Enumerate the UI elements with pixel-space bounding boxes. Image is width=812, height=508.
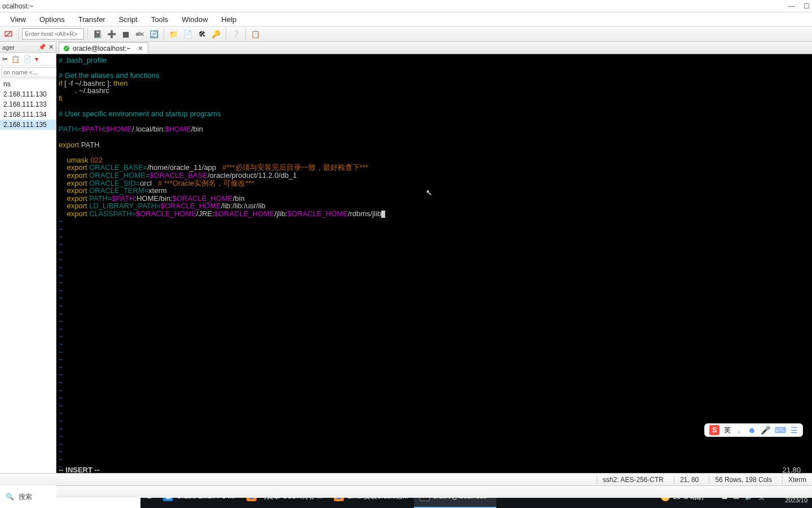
- menu-help[interactable]: Help: [215, 14, 244, 25]
- toolbar-key-icon[interactable]: 🔑: [210, 28, 222, 40]
- connected-icon: ✓: [64, 46, 69, 51]
- ime-floating-bar[interactable]: S 英 ， ☻ 🎤 ⌨ ☰: [704, 423, 803, 437]
- toolbar-separator: [87, 28, 88, 40]
- toolbar-separator: [226, 28, 226, 40]
- session-item[interactable]: 2.168.111.134: [0, 110, 56, 120]
- toolbar-doc-icon[interactable]: 📋: [249, 28, 262, 40]
- menu-view[interactable]: View: [3, 14, 33, 25]
- toolbar-wrench-icon[interactable]: 🛠: [196, 28, 208, 40]
- status-ssh: ssh2: AES-256-CTR: [597, 476, 664, 484]
- menu-options[interactable]: Options: [33, 14, 72, 25]
- cut-icon[interactable]: ✂: [2, 55, 8, 63]
- app-statusbar: ssh2: AES-256-CTR 21, 80 56 Rows, 198 Co…: [0, 473, 812, 485]
- sidebar-title: ager: [2, 44, 15, 51]
- toolbar-book-icon[interactable]: 📓: [91, 28, 104, 40]
- toolbar-abc-icon[interactable]: abc: [134, 28, 146, 40]
- sidebar-search: 🔍: [0, 65, 56, 79]
- toolbar-refresh-icon[interactable]: 🔄: [148, 28, 160, 40]
- search-icon: 🔍: [6, 493, 14, 501]
- session-list: ns 2.168.111.130 2.168.111.133 2.168.111…: [0, 79, 56, 485]
- taskbar-search-placeholder: 搜索: [19, 492, 32, 502]
- ime-keyboard-icon[interactable]: ⌨: [775, 426, 786, 435]
- toolbar-disconnect-icon[interactable]: [2, 28, 15, 40]
- toolbar-separator: [164, 28, 164, 40]
- session-tab[interactable]: ✓ oracle@localhost:~ ✕: [59, 42, 148, 54]
- toolbar-separator: [18, 28, 19, 40]
- window-titlebar: ocalhost:~ — ☐: [0, 0, 812, 12]
- toolbar-plus-icon[interactable]: ➕: [105, 28, 118, 40]
- ime-menu-icon[interactable]: ☰: [791, 426, 798, 435]
- sidebar-header: ager 📌 ✕: [0, 42, 56, 53]
- toolbar-help-icon[interactable]: ❔: [230, 28, 242, 40]
- pin-icon[interactable]: 📌: [38, 43, 46, 51]
- menu-bar: View Options Transfer Script Tools Windo…: [0, 12, 812, 26]
- toolbar: 📓 ➕ ▦ abc 🔄 📁 📄 🛠 🔑 ❔ 📋: [0, 26, 812, 42]
- copy-icon[interactable]: 📋: [11, 55, 20, 63]
- tab-title: oracle@localhost:~: [73, 45, 131, 52]
- ime-mic-icon[interactable]: 🎤: [761, 426, 770, 435]
- toolbar-folder-icon[interactable]: 📁: [167, 28, 180, 40]
- maximize-button[interactable]: ☐: [803, 3, 810, 10]
- status-pos: 21, 80: [674, 476, 699, 484]
- terminal[interactable]: # .bash_profile # Get the aliases and fu…: [56, 54, 812, 476]
- session-item[interactable]: 2.168.111.133: [0, 99, 56, 110]
- toolbar-separator: [245, 28, 246, 40]
- menu-script[interactable]: Script: [112, 14, 144, 25]
- window-title: ocalhost:~: [2, 2, 33, 10]
- session-manager-sidebar: ager 📌 ✕ ✂ 📋 📄 ▾ 🔍 ns 2.168.111.130 2.16…: [0, 42, 56, 485]
- host-input[interactable]: [22, 28, 84, 40]
- close-sidebar-icon[interactable]: ✕: [48, 43, 54, 51]
- toolbar-copy-icon[interactable]: 📄: [182, 28, 194, 40]
- sort-icon[interactable]: ▾: [35, 55, 38, 63]
- status-term: Xterm: [782, 476, 806, 484]
- session-group[interactable]: ns: [0, 79, 56, 89]
- tab-strip: ✓ oracle@localhost:~ ✕: [56, 42, 812, 54]
- menu-tools[interactable]: Tools: [144, 14, 175, 25]
- main-area: ✓ oracle@localhost:~ ✕ # .bash_profile #…: [56, 42, 812, 485]
- session-item[interactable]: 2.168.111.130: [0, 89, 56, 99]
- sidebar-toolbar: ✂ 📋 📄 ▾: [0, 53, 56, 65]
- toolbar-grid-icon[interactable]: ▦: [120, 28, 132, 40]
- tab-close-icon[interactable]: ✕: [138, 45, 143, 52]
- ime-logo-icon: S: [709, 425, 720, 435]
- menu-transfer[interactable]: Transfer: [72, 14, 112, 25]
- ime-smile-icon[interactable]: ☻: [748, 426, 756, 435]
- connection-statusbar: [56, 485, 812, 498]
- minimize-button[interactable]: —: [788, 3, 795, 10]
- session-item[interactable]: 2.168.111.135: [0, 120, 56, 130]
- paste-icon[interactable]: 📄: [23, 55, 32, 63]
- ime-comma-icon[interactable]: ，: [735, 425, 743, 435]
- ime-lang[interactable]: 英: [724, 426, 731, 435]
- menu-window[interactable]: Window: [175, 14, 214, 25]
- status-dim: 56 Rows, 198 Cols: [709, 476, 772, 484]
